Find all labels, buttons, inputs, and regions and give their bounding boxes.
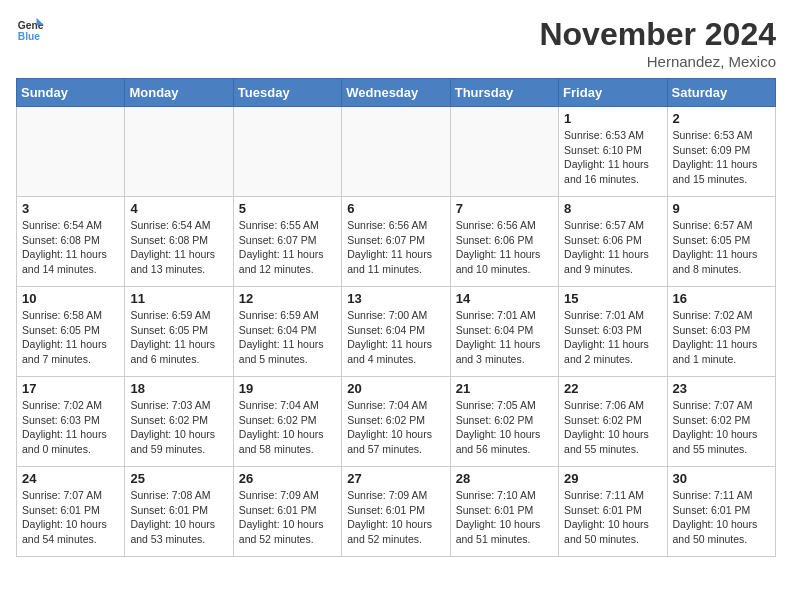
calendar-cell: 21Sunrise: 7:05 AM Sunset: 6:02 PM Dayli… <box>450 377 558 467</box>
day-info: Sunrise: 7:09 AM Sunset: 6:01 PM Dayligh… <box>347 488 444 547</box>
calendar-table: SundayMondayTuesdayWednesdayThursdayFrid… <box>16 78 776 557</box>
calendar-cell: 12Sunrise: 6:59 AM Sunset: 6:04 PM Dayli… <box>233 287 341 377</box>
day-number: 5 <box>239 201 336 216</box>
calendar-cell: 20Sunrise: 7:04 AM Sunset: 6:02 PM Dayli… <box>342 377 450 467</box>
day-info: Sunrise: 6:59 AM Sunset: 6:05 PM Dayligh… <box>130 308 227 367</box>
day-info: Sunrise: 7:00 AM Sunset: 6:04 PM Dayligh… <box>347 308 444 367</box>
weekday-header-sunday: Sunday <box>17 79 125 107</box>
calendar-week-row: 10Sunrise: 6:58 AM Sunset: 6:05 PM Dayli… <box>17 287 776 377</box>
day-number: 9 <box>673 201 770 216</box>
page-header: General Blue November 2024 Hernandez, Me… <box>16 16 776 70</box>
day-info: Sunrise: 6:57 AM Sunset: 6:05 PM Dayligh… <box>673 218 770 277</box>
day-info: Sunrise: 7:09 AM Sunset: 6:01 PM Dayligh… <box>239 488 336 547</box>
day-number: 4 <box>130 201 227 216</box>
day-info: Sunrise: 7:05 AM Sunset: 6:02 PM Dayligh… <box>456 398 553 457</box>
day-number: 11 <box>130 291 227 306</box>
calendar-cell: 14Sunrise: 7:01 AM Sunset: 6:04 PM Dayli… <box>450 287 558 377</box>
weekday-header-saturday: Saturday <box>667 79 775 107</box>
calendar-cell: 3Sunrise: 6:54 AM Sunset: 6:08 PM Daylig… <box>17 197 125 287</box>
weekday-header-row: SundayMondayTuesdayWednesdayThursdayFrid… <box>17 79 776 107</box>
day-number: 25 <box>130 471 227 486</box>
calendar-cell: 24Sunrise: 7:07 AM Sunset: 6:01 PM Dayli… <box>17 467 125 557</box>
day-info: Sunrise: 7:04 AM Sunset: 6:02 PM Dayligh… <box>239 398 336 457</box>
day-info: Sunrise: 7:01 AM Sunset: 6:04 PM Dayligh… <box>456 308 553 367</box>
day-number: 20 <box>347 381 444 396</box>
day-info: Sunrise: 7:11 AM Sunset: 6:01 PM Dayligh… <box>564 488 661 547</box>
calendar-cell: 2Sunrise: 6:53 AM Sunset: 6:09 PM Daylig… <box>667 107 775 197</box>
day-number: 3 <box>22 201 119 216</box>
calendar-cell: 7Sunrise: 6:56 AM Sunset: 6:06 PM Daylig… <box>450 197 558 287</box>
calendar-cell: 10Sunrise: 6:58 AM Sunset: 6:05 PM Dayli… <box>17 287 125 377</box>
calendar-cell: 27Sunrise: 7:09 AM Sunset: 6:01 PM Dayli… <box>342 467 450 557</box>
calendar-cell <box>342 107 450 197</box>
calendar-week-row: 24Sunrise: 7:07 AM Sunset: 6:01 PM Dayli… <box>17 467 776 557</box>
day-info: Sunrise: 6:55 AM Sunset: 6:07 PM Dayligh… <box>239 218 336 277</box>
day-number: 21 <box>456 381 553 396</box>
calendar-cell: 8Sunrise: 6:57 AM Sunset: 6:06 PM Daylig… <box>559 197 667 287</box>
day-info: Sunrise: 6:56 AM Sunset: 6:06 PM Dayligh… <box>456 218 553 277</box>
month-title: November 2024 <box>539 16 776 53</box>
calendar-cell: 25Sunrise: 7:08 AM Sunset: 6:01 PM Dayli… <box>125 467 233 557</box>
day-number: 8 <box>564 201 661 216</box>
weekday-header-wednesday: Wednesday <box>342 79 450 107</box>
title-block: November 2024 Hernandez, Mexico <box>539 16 776 70</box>
calendar-cell: 13Sunrise: 7:00 AM Sunset: 6:04 PM Dayli… <box>342 287 450 377</box>
day-number: 2 <box>673 111 770 126</box>
day-info: Sunrise: 7:02 AM Sunset: 6:03 PM Dayligh… <box>22 398 119 457</box>
calendar-cell <box>233 107 341 197</box>
day-number: 17 <box>22 381 119 396</box>
calendar-cell: 18Sunrise: 7:03 AM Sunset: 6:02 PM Dayli… <box>125 377 233 467</box>
calendar-cell: 28Sunrise: 7:10 AM Sunset: 6:01 PM Dayli… <box>450 467 558 557</box>
day-number: 23 <box>673 381 770 396</box>
day-number: 19 <box>239 381 336 396</box>
day-info: Sunrise: 6:54 AM Sunset: 6:08 PM Dayligh… <box>130 218 227 277</box>
calendar-cell: 16Sunrise: 7:02 AM Sunset: 6:03 PM Dayli… <box>667 287 775 377</box>
day-info: Sunrise: 6:57 AM Sunset: 6:06 PM Dayligh… <box>564 218 661 277</box>
day-number: 28 <box>456 471 553 486</box>
calendar-cell: 23Sunrise: 7:07 AM Sunset: 6:02 PM Dayli… <box>667 377 775 467</box>
day-info: Sunrise: 7:06 AM Sunset: 6:02 PM Dayligh… <box>564 398 661 457</box>
logo: General Blue <box>16 16 44 44</box>
weekday-header-friday: Friday <box>559 79 667 107</box>
calendar-cell: 17Sunrise: 7:02 AM Sunset: 6:03 PM Dayli… <box>17 377 125 467</box>
day-number: 13 <box>347 291 444 306</box>
weekday-header-tuesday: Tuesday <box>233 79 341 107</box>
day-info: Sunrise: 6:59 AM Sunset: 6:04 PM Dayligh… <box>239 308 336 367</box>
calendar-cell: 30Sunrise: 7:11 AM Sunset: 6:01 PM Dayli… <box>667 467 775 557</box>
calendar-cell: 26Sunrise: 7:09 AM Sunset: 6:01 PM Dayli… <box>233 467 341 557</box>
calendar-cell: 9Sunrise: 6:57 AM Sunset: 6:05 PM Daylig… <box>667 197 775 287</box>
day-info: Sunrise: 6:54 AM Sunset: 6:08 PM Dayligh… <box>22 218 119 277</box>
day-info: Sunrise: 7:11 AM Sunset: 6:01 PM Dayligh… <box>673 488 770 547</box>
calendar-cell: 19Sunrise: 7:04 AM Sunset: 6:02 PM Dayli… <box>233 377 341 467</box>
day-number: 24 <box>22 471 119 486</box>
day-info: Sunrise: 7:03 AM Sunset: 6:02 PM Dayligh… <box>130 398 227 457</box>
day-info: Sunrise: 7:10 AM Sunset: 6:01 PM Dayligh… <box>456 488 553 547</box>
logo-icon: General Blue <box>16 16 44 44</box>
day-info: Sunrise: 6:56 AM Sunset: 6:07 PM Dayligh… <box>347 218 444 277</box>
day-number: 1 <box>564 111 661 126</box>
calendar-cell: 15Sunrise: 7:01 AM Sunset: 6:03 PM Dayli… <box>559 287 667 377</box>
calendar-week-row: 3Sunrise: 6:54 AM Sunset: 6:08 PM Daylig… <box>17 197 776 287</box>
day-number: 18 <box>130 381 227 396</box>
day-number: 26 <box>239 471 336 486</box>
calendar-cell: 4Sunrise: 6:54 AM Sunset: 6:08 PM Daylig… <box>125 197 233 287</box>
day-number: 27 <box>347 471 444 486</box>
day-number: 30 <box>673 471 770 486</box>
weekday-header-thursday: Thursday <box>450 79 558 107</box>
day-info: Sunrise: 7:04 AM Sunset: 6:02 PM Dayligh… <box>347 398 444 457</box>
calendar-cell <box>125 107 233 197</box>
calendar-cell: 1Sunrise: 6:53 AM Sunset: 6:10 PM Daylig… <box>559 107 667 197</box>
day-info: Sunrise: 7:08 AM Sunset: 6:01 PM Dayligh… <box>130 488 227 547</box>
day-info: Sunrise: 6:58 AM Sunset: 6:05 PM Dayligh… <box>22 308 119 367</box>
day-number: 7 <box>456 201 553 216</box>
day-info: Sunrise: 7:02 AM Sunset: 6:03 PM Dayligh… <box>673 308 770 367</box>
day-info: Sunrise: 6:53 AM Sunset: 6:09 PM Dayligh… <box>673 128 770 187</box>
day-number: 14 <box>456 291 553 306</box>
calendar-week-row: 1Sunrise: 6:53 AM Sunset: 6:10 PM Daylig… <box>17 107 776 197</box>
day-number: 12 <box>239 291 336 306</box>
day-info: Sunrise: 7:07 AM Sunset: 6:02 PM Dayligh… <box>673 398 770 457</box>
day-number: 29 <box>564 471 661 486</box>
calendar-cell <box>17 107 125 197</box>
day-info: Sunrise: 6:53 AM Sunset: 6:10 PM Dayligh… <box>564 128 661 187</box>
calendar-cell: 6Sunrise: 6:56 AM Sunset: 6:07 PM Daylig… <box>342 197 450 287</box>
